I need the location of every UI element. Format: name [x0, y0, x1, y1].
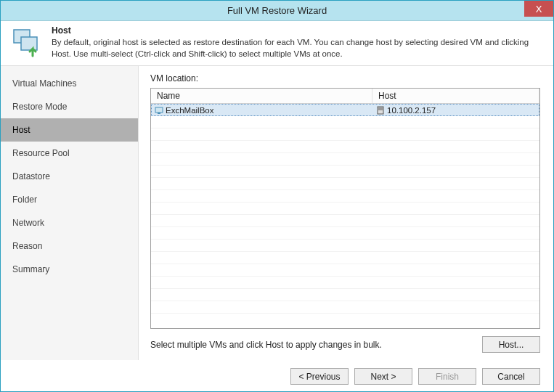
table-row[interactable] [151, 301, 539, 314]
host-wizard-icon [11, 27, 43, 59]
svg-rect-3 [158, 113, 160, 114]
table-row[interactable] [151, 166, 539, 178]
vm-icon [155, 106, 163, 115]
host-button[interactable]: Host... [482, 336, 540, 353]
table-row[interactable] [151, 190, 539, 203]
bulk-hint: Select multiple VMs and click Host to ap… [150, 340, 382, 350]
table-row[interactable] [151, 178, 539, 190]
table-row[interactable] [151, 116, 539, 128]
header-title: Host [52, 25, 543, 36]
sidebar-item-restore-mode[interactable]: Restore Mode [1, 95, 138, 118]
sidebar-item-virtual-machines[interactable]: Virtual Machines [1, 72, 138, 95]
table-header: Name Host [151, 89, 539, 104]
svg-rect-2 [155, 107, 163, 113]
titlebar: Full VM Restore Wizard X [1, 1, 553, 21]
table-row[interactable] [151, 153, 539, 166]
close-button[interactable]: X [524, 1, 553, 17]
sidebar-item-resource-pool[interactable]: Resource Pool [1, 142, 138, 165]
finish-button: Finish [418, 368, 476, 385]
table-body[interactable]: ExchMailBox 10.100.2.157 [151, 104, 539, 314]
vm-name: ExchMailBox [166, 106, 213, 115]
table-row[interactable]: ExchMailBox 10.100.2.157 [151, 104, 539, 116]
sidebar-item-host[interactable]: Host [1, 118, 138, 142]
svg-rect-1 [21, 37, 37, 50]
close-icon: X [536, 4, 542, 15]
sidebar-item-summary[interactable]: Summary [1, 258, 138, 281]
table-row[interactable] [151, 240, 539, 252]
server-icon [376, 106, 385, 115]
sidebar-item-reason[interactable]: Reason [1, 234, 138, 258]
previous-button[interactable]: < Previous [290, 368, 349, 385]
table-row[interactable] [151, 215, 539, 227]
table-row[interactable] [151, 264, 539, 277]
table-row[interactable] [151, 141, 539, 153]
sidebar-item-folder[interactable]: Folder [1, 188, 138, 211]
table-row[interactable] [151, 203, 539, 215]
vm-location-label: VM location: [150, 73, 540, 83]
vm-location-table: Name Host ExchMailBox 10.100.2 [150, 88, 540, 329]
sidebar-item-datastore[interactable]: Datastore [1, 165, 138, 188]
next-button[interactable]: Next > [354, 368, 412, 385]
vm-host: 10.100.2.157 [387, 106, 436, 115]
window-title: Full VM Restore Wizard [227, 5, 327, 16]
table-row[interactable] [151, 227, 539, 240]
sidebar-item-network[interactable]: Network [1, 211, 138, 234]
column-header-name[interactable]: Name [151, 89, 372, 103]
table-row[interactable] [151, 289, 539, 301]
table-row[interactable] [151, 277, 539, 289]
wizard-steps-sidebar: Virtual Machines Restore Mode Host Resou… [1, 66, 139, 360]
header-description: By default, original host is selected as… [52, 37, 543, 60]
wizard-footer: < Previous Next > Finish Cancel [1, 360, 553, 392]
column-header-host[interactable]: Host [372, 89, 539, 103]
table-row[interactable] [151, 252, 539, 264]
wizard-header: Host By default, original host is select… [1, 21, 553, 66]
cancel-button[interactable]: Cancel [482, 368, 540, 385]
table-row[interactable] [151, 128, 539, 141]
